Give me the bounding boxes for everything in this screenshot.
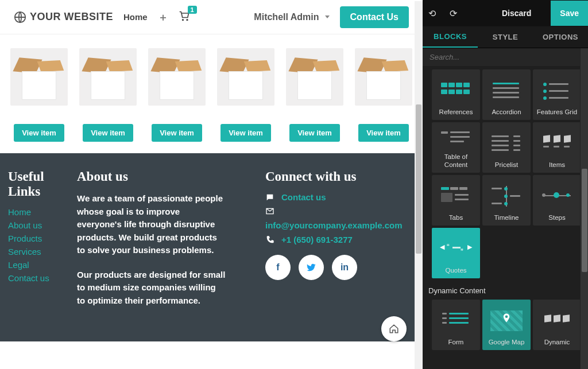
block-items[interactable]: Items	[533, 122, 581, 173]
editor-panel: ⟲ ⟳ Discard Save BLOCKS STYLE OPTIONS	[423, 0, 588, 369]
view-item-button[interactable]: View item	[14, 124, 64, 142]
product-card[interactable]	[212, 48, 279, 106]
twitter-icon	[306, 262, 316, 273]
block-label: Steps	[548, 214, 565, 222]
footer-link[interactable]: Legal	[8, 260, 65, 270]
footer: Useful Links Home About us Products Serv…	[0, 153, 423, 341]
block-label: Form	[448, 339, 464, 347]
footer-about-p2: Our products are designed for small to m…	[77, 269, 226, 308]
editor-tabs: BLOCKS STYLE OPTIONS	[423, 26, 588, 48]
footer-about-title: About us	[77, 169, 226, 184]
phone-icon	[265, 235, 274, 244]
globe-icon	[14, 11, 26, 24]
block-label: Dynamic	[544, 339, 570, 347]
connect-contact: Contact us	[265, 192, 415, 202]
section-dynamic-content: Dynamic Content	[426, 278, 587, 300]
view-item-button[interactable]: View item	[83, 124, 133, 142]
block-label: Timeline	[494, 214, 519, 222]
block-label: Features Grid	[537, 108, 577, 116]
product-image	[217, 48, 274, 106]
block-label: Items	[549, 161, 565, 169]
user-menu[interactable]: Mitchell Admin	[254, 12, 329, 22]
linkedin-button[interactable]: in	[332, 255, 357, 280]
twitter-button[interactable]	[299, 255, 324, 280]
product-card[interactable]	[350, 48, 417, 106]
chat-icon	[265, 193, 274, 202]
block-quotes[interactable]: ◀ “ „ ▶ Quotes	[432, 228, 480, 278]
block-form[interactable]: Form	[432, 300, 480, 350]
block-pricelist[interactable]: Pricelist	[482, 122, 531, 173]
add-page-button[interactable]: ＋	[158, 10, 168, 24]
view-item-button[interactable]: View item	[358, 124, 409, 142]
page-scrollbar-thumb[interactable]	[416, 104, 421, 254]
tab-style[interactable]: STYLE	[478, 27, 533, 47]
footer-link[interactable]: Products	[8, 234, 65, 243]
footer-connect-col: Connect with us Contact us info@yourcomp…	[265, 169, 415, 318]
redo-button[interactable]: ⟳	[450, 8, 457, 19]
save-button[interactable]: Save	[551, 1, 588, 26]
product-image	[79, 48, 137, 106]
block-label: Quotes	[445, 267, 466, 275]
logo-text: YOUR WEBSITE	[30, 11, 113, 23]
block-google-map[interactable]: Google Map	[482, 300, 531, 350]
footer-link[interactable]: Home	[8, 207, 65, 217]
site-logo[interactable]: YOUR WEBSITE	[14, 11, 113, 24]
product-image	[286, 48, 343, 106]
block-accordion[interactable]: Accordion	[482, 69, 531, 120]
view-buttons-row: View item View item View item View item …	[0, 106, 423, 153]
products-row	[0, 34, 423, 106]
block-label: Table of Content	[433, 153, 479, 169]
connect-phone: +1 (650) 691-3277	[265, 235, 415, 244]
product-card[interactable]	[6, 48, 72, 106]
blocks-panel: References Accordion	[423, 66, 588, 369]
social-buttons: f in	[265, 255, 415, 280]
product-card[interactable]	[144, 48, 210, 106]
tab-options[interactable]: OPTIONS	[533, 27, 588, 47]
undo-button[interactable]: ⟲	[428, 8, 436, 19]
block-label: References	[439, 108, 473, 116]
view-item-button[interactable]: View item	[220, 124, 271, 142]
product-card[interactable]	[75, 48, 141, 106]
phone-link[interactable]: +1 (650) 691-3277	[281, 235, 353, 244]
footer-link[interactable]: Services	[8, 247, 65, 257]
product-card[interactable]	[281, 48, 348, 106]
block-timeline[interactable]: Timeline	[482, 175, 531, 226]
view-item-button[interactable]: View item	[289, 124, 340, 142]
product-image	[10, 48, 68, 106]
nav-home[interactable]: Home	[123, 12, 148, 22]
navbar: YOUR WEBSITE Home ＋ 1 Mitchell Admin Con…	[0, 0, 423, 34]
footer-connect-title: Connect with us	[265, 169, 415, 184]
block-steps[interactable]: Steps	[533, 175, 581, 226]
block-label: Accordion	[492, 108, 521, 116]
facebook-button[interactable]: f	[265, 255, 291, 280]
footer-links-title: Useful Links	[8, 169, 65, 199]
view-item-button[interactable]: View item	[152, 124, 202, 142]
page-scrollbar[interactable]	[415, 1, 423, 369]
editor-toolbar: ⟲ ⟳ Discard Save	[423, 0, 588, 26]
user-name: Mitchell Admin	[254, 12, 319, 22]
connect-email-value: info@yourcompany.example.com	[265, 220, 415, 230]
cart-button[interactable]: 1	[179, 10, 190, 24]
product-image	[355, 48, 412, 106]
editor-search	[423, 48, 588, 66]
block-table-of-content[interactable]: Table of Content	[432, 122, 480, 173]
block-dynamic[interactable]: Dynamic	[533, 300, 581, 350]
discard-button[interactable]: Discard	[502, 9, 531, 18]
email-link[interactable]: info@yourcompany.example.com	[265, 220, 403, 230]
editor-scrollbar[interactable]	[580, 48, 588, 369]
contact-us-link[interactable]: Contact us	[281, 192, 326, 202]
home-fab[interactable]	[381, 316, 407, 341]
search-input[interactable]	[423, 48, 588, 66]
editor-scrollbar-thumb[interactable]	[582, 169, 587, 272]
footer-link[interactable]: Contact us	[8, 273, 65, 283]
connect-email	[265, 207, 415, 216]
tab-blocks[interactable]: BLOCKS	[423, 26, 478, 48]
footer-links-col: Useful Links Home About us Products Serv…	[8, 169, 65, 318]
website-preview: YOUR WEBSITE Home ＋ 1 Mitchell Admin Con…	[0, 0, 423, 369]
footer-link[interactable]: About us	[8, 220, 65, 230]
block-label: Google Map	[489, 339, 525, 347]
block-features-grid[interactable]: Features Grid	[533, 69, 581, 120]
block-tabs[interactable]: Tabs	[432, 175, 480, 226]
block-references[interactable]: References	[432, 69, 480, 120]
contact-us-button[interactable]: Contact Us	[340, 6, 409, 28]
